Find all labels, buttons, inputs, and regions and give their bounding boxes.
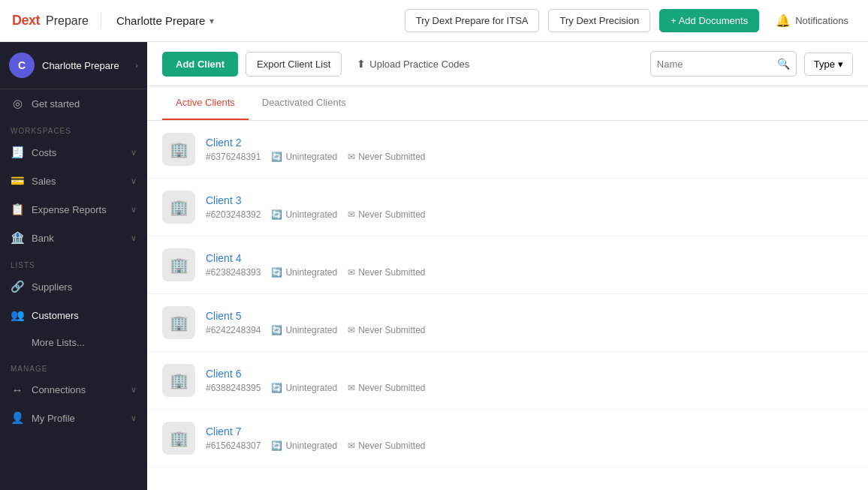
costs-icon: 🧾 — [11, 146, 24, 159]
table-row[interactable]: 🏢 Client 7 #6156248307 🔄 Unintegrated ✉ … — [147, 410, 868, 467]
email-icon: ✉ — [348, 325, 355, 335]
add-documents-button[interactable]: + Add Documents — [659, 9, 759, 32]
sidebar-item-costs[interactable]: 🧾 Costs ∨ — [0, 138, 147, 167]
sync-icon: 🔄 — [271, 440, 282, 451]
building-icon: 🏢 — [170, 140, 188, 158]
client-avatar: 🏢 — [162, 422, 195, 455]
connections-chevron-icon: ∨ — [131, 385, 137, 395]
sidebar-item-my-profile[interactable]: 👤 My Profile ∨ — [0, 404, 147, 432]
sidebar-my-profile-label: My Profile — [32, 413, 123, 424]
sidebar-item-suppliers[interactable]: 🔗 Suppliers — [0, 272, 147, 301]
table-row[interactable]: 🏢 Client 3 #6203248392 🔄 Unintegrated ✉ … — [147, 179, 868, 236]
profile-chevron-icon: › — [135, 61, 138, 70]
building-icon: 🏢 — [170, 429, 188, 447]
sync-icon: 🔄 — [271, 325, 282, 335]
client-info: Client 2 #6376248391 🔄 Unintegrated ✉ Ne… — [206, 137, 853, 162]
tab-deactivated-clients[interactable]: Deactivated Clients — [249, 86, 360, 120]
connections-icon: ↔ — [11, 383, 24, 396]
try-itsa-button[interactable]: Try Dext Prepare for ITSA — [405, 9, 540, 32]
search-input[interactable] — [657, 59, 777, 70]
tab-active-clients[interactable]: Active Clients — [162, 86, 249, 120]
try-precision-button[interactable]: Try Dext Precision — [548, 9, 650, 32]
sidebar-suppliers-label: Suppliers — [32, 281, 137, 293]
client-info: Client 4 #6238248393 🔄 Unintegrated ✉ Ne… — [206, 252, 853, 278]
suppliers-icon: 🔗 — [11, 280, 24, 293]
profile-name: Charlotte Prepare — [42, 60, 128, 71]
client-info: Client 3 #6203248392 🔄 Unintegrated ✉ Ne… — [206, 194, 853, 220]
client-meta: #6203248392 🔄 Unintegrated ✉ Never Submi… — [206, 209, 853, 220]
sidebar-item-customers[interactable]: 👥 Customers — [0, 301, 147, 329]
table-row[interactable]: 🏢 Client 2 #6376248391 🔄 Unintegrated ✉ … — [147, 121, 868, 179]
client-list: 🏢 Client 2 #6376248391 🔄 Unintegrated ✉ … — [147, 121, 868, 490]
table-row[interactable]: 🏢 Client 5 #6242248394 🔄 Unintegrated ✉ … — [147, 294, 868, 352]
client-info: Client 7 #6156248307 🔄 Unintegrated ✉ Ne… — [206, 425, 853, 451]
client-name: Client 5 — [206, 310, 853, 322]
tabs-bar: Active Clients Deactivated Clients — [147, 86, 868, 121]
building-icon: 🏢 — [170, 256, 188, 274]
sales-icon: 💳 — [11, 174, 24, 188]
client-meta: #6388248395 🔄 Unintegrated ✉ Never Submi… — [206, 383, 853, 393]
sidebar-costs-label: Costs — [32, 147, 123, 158]
sidebar-item-sales[interactable]: 💳 Sales ∨ — [0, 167, 147, 195]
workspace-selector[interactable]: Charlotte Prepare ▾ — [116, 14, 214, 27]
email-icon: ✉ — [348, 267, 355, 278]
logo-dext: Dext — [12, 13, 40, 29]
type-label: Type — [814, 59, 835, 70]
sidebar-profile[interactable]: C Charlotte Prepare › — [0, 42, 147, 89]
app-header: Dext Prepare Charlotte Prepare ▾ Try Dex… — [0, 0, 868, 42]
email-icon: ✉ — [348, 383, 355, 393]
sync-icon: 🔄 — [271, 267, 282, 278]
expense-reports-icon: 📋 — [11, 203, 24, 216]
client-code: #6242248394 — [206, 325, 261, 335]
bank-chevron-icon: ∨ — [131, 233, 137, 243]
bank-icon: 🏦 — [11, 231, 24, 245]
integration-status: 🔄 Unintegrated — [271, 325, 337, 335]
client-code: #6376248391 — [206, 152, 261, 162]
sidebar-more-lists-label: More Lists... — [32, 337, 137, 348]
get-started-icon: ◎ — [11, 97, 24, 110]
upload-label: Upload Practice Codes — [369, 59, 469, 70]
sidebar-customers-label: Customers — [32, 310, 137, 321]
logo-area: Dext Prepare — [12, 13, 101, 29]
sidebar-item-bank[interactable]: 🏦 Bank ∨ — [0, 224, 147, 252]
client-code: #6238248393 — [206, 267, 261, 278]
building-icon: 🏢 — [170, 198, 188, 216]
client-info: Client 6 #6388248395 🔄 Unintegrated ✉ Ne… — [206, 368, 853, 393]
sidebar-item-get-started[interactable]: ◎ Get started — [0, 89, 147, 118]
client-code: #6203248392 — [206, 209, 261, 220]
upload-practice-codes-button[interactable]: ⬆ Upload Practice Codes — [349, 52, 477, 76]
building-icon: 🏢 — [170, 314, 188, 332]
search-box: 🔍 — [650, 51, 797, 77]
sidebar-item-connections[interactable]: ↔ Connections ∨ — [0, 376, 147, 404]
client-meta: #6238248393 🔄 Unintegrated ✉ Never Submi… — [206, 267, 853, 278]
client-name: Client 4 — [206, 252, 853, 264]
add-client-button[interactable]: Add Client — [162, 52, 238, 77]
export-client-list-button[interactable]: Export Client List — [246, 52, 342, 77]
sidebar-item-more-lists[interactable]: More Lists... — [0, 329, 147, 356]
client-avatar: 🏢 — [162, 191, 195, 224]
client-avatar: 🏢 — [162, 133, 195, 166]
client-name: Client 6 — [206, 368, 853, 380]
sidebar-item-expense-reports[interactable]: 📋 Expense Reports ∨ — [0, 195, 147, 224]
main-content: Add Client Export Client List ⬆ Upload P… — [147, 42, 868, 490]
sidebar-item-label: Get started — [32, 98, 137, 110]
workspaces-section-label: WORKSPACES — [0, 118, 147, 138]
sync-icon: 🔄 — [271, 152, 282, 162]
sync-icon: 🔄 — [271, 209, 282, 220]
client-meta: #6156248307 🔄 Unintegrated ✉ Never Submi… — [206, 440, 853, 451]
table-row[interactable]: 🏢 Client 6 #6388248395 🔄 Unintegrated ✉ … — [147, 352, 868, 410]
client-name: Client 7 — [206, 425, 853, 437]
my-profile-chevron-icon: ∨ — [131, 413, 137, 423]
costs-chevron-icon: ∨ — [131, 148, 137, 158]
notifications-button[interactable]: 🔔 Notifications — [768, 9, 856, 32]
submission-status: ✉ Never Submitted — [348, 440, 425, 451]
sidebar-expense-label: Expense Reports — [32, 204, 123, 215]
workspace-chevron-icon: ▾ — [209, 16, 214, 26]
table-row[interactable]: 🏢 Client 4 #6238248393 🔄 Unintegrated ✉ … — [147, 236, 868, 294]
type-filter-button[interactable]: Type ▾ — [804, 53, 853, 76]
workspace-name: Charlotte Prepare — [116, 14, 205, 27]
search-icon[interactable]: 🔍 — [777, 58, 790, 70]
sync-icon: 🔄 — [271, 383, 282, 393]
email-icon: ✉ — [348, 152, 355, 162]
integration-status: 🔄 Unintegrated — [271, 440, 337, 451]
